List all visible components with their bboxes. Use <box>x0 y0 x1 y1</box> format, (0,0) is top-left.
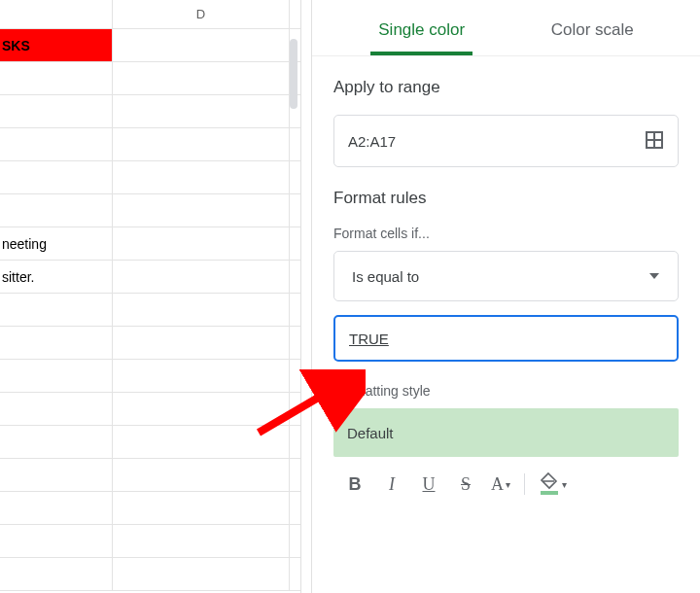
cell[interactable] <box>0 194 113 227</box>
cell[interactable] <box>0 161 113 193</box>
cell[interactable] <box>113 393 290 425</box>
cell[interactable] <box>113 426 290 458</box>
cell[interactable] <box>0 525 113 557</box>
table-row[interactable] <box>0 294 300 327</box>
cell[interactable] <box>113 128 290 160</box>
table-row[interactable]: sitter. <box>0 261 300 294</box>
cell[interactable]: neeting <box>0 227 113 260</box>
cell[interactable] <box>113 327 290 359</box>
cell[interactable] <box>0 426 113 458</box>
cell[interactable] <box>0 393 113 425</box>
format-cells-if-label: Format cells if... <box>333 226 679 241</box>
cell[interactable] <box>113 492 290 524</box>
formatting-style-label: Formatting style <box>333 383 679 399</box>
cell[interactable] <box>113 294 290 326</box>
style-preview-text: Default <box>347 425 394 441</box>
cell[interactable] <box>0 360 113 392</box>
table-row[interactable] <box>0 62 300 95</box>
cell[interactable] <box>113 261 290 293</box>
condition-value-input[interactable] <box>349 331 663 347</box>
table-row[interactable] <box>0 128 300 161</box>
strikethrough-button[interactable]: S <box>450 469 481 500</box>
cell[interactable] <box>113 62 290 94</box>
format-tabs: Single color Color scale <box>312 0 700 56</box>
bold-button[interactable]: B <box>339 469 370 500</box>
range-field[interactable]: A2:A17 <box>333 115 679 167</box>
cell[interactable]: sitter. <box>0 261 113 293</box>
condition-select[interactable]: Is equal to <box>333 251 679 301</box>
table-row[interactable] <box>0 393 300 426</box>
table-row[interactable] <box>0 360 300 393</box>
cell[interactable] <box>0 327 113 359</box>
tab-single-color[interactable]: Single color <box>370 20 472 55</box>
cell[interactable] <box>113 558 290 590</box>
cell[interactable] <box>113 95 290 127</box>
table-row[interactable]: neeting <box>0 227 300 261</box>
text-color-icon: A <box>491 469 504 500</box>
tab-color-scale[interactable]: Color scale <box>543 20 642 55</box>
cell[interactable] <box>113 227 290 260</box>
cell[interactable] <box>0 558 113 590</box>
format-rules-label: Format rules <box>333 189 679 208</box>
table-row[interactable] <box>0 426 300 459</box>
fill-color-icon <box>539 473 560 495</box>
text-color-button[interactable]: A ▾ <box>487 469 514 500</box>
cell[interactable] <box>113 194 290 227</box>
column-header-row: D <box>0 0 300 29</box>
svg-marker-3 <box>649 273 659 279</box>
cell[interactable] <box>113 161 290 193</box>
chevron-down-icon <box>648 268 660 285</box>
cell[interactable] <box>0 128 113 160</box>
table-row[interactable] <box>0 558 300 591</box>
apply-to-range-label: Apply to range <box>333 78 679 97</box>
style-preview[interactable]: Default <box>333 408 679 457</box>
formatting-toolbar: B I U S A ▾ ▾ <box>333 465 679 504</box>
toolbar-separator <box>524 473 525 495</box>
chevron-down-icon: ▾ <box>562 479 567 490</box>
cell[interactable] <box>0 95 113 127</box>
cell[interactable] <box>0 492 113 524</box>
underline-button[interactable]: U <box>413 469 444 500</box>
column-header-d[interactable]: D <box>113 0 290 28</box>
table-row[interactable] <box>0 194 300 227</box>
cell[interactable] <box>113 29 290 61</box>
table-row[interactable] <box>0 492 300 525</box>
cell[interactable] <box>0 294 113 326</box>
chevron-down-icon: ▾ <box>506 479 510 490</box>
italic-button[interactable]: I <box>376 469 407 500</box>
cell[interactable] <box>0 459 113 491</box>
condition-value: Is equal to <box>352 268 419 285</box>
table-row[interactable] <box>0 95 300 128</box>
table-row[interactable] <box>0 459 300 492</box>
cell[interactable] <box>113 459 290 491</box>
column-header[interactable] <box>0 0 113 28</box>
cell[interactable] <box>0 62 113 94</box>
conditional-format-panel: Single color Color scale Apply to range … <box>311 0 700 593</box>
spreadsheet-area[interactable]: D SKSneetingsitter. <box>0 0 301 593</box>
cell[interactable]: SKS <box>0 29 113 61</box>
condition-value-field[interactable] <box>333 315 679 362</box>
cell[interactable] <box>113 525 290 557</box>
table-row[interactable] <box>0 161 300 194</box>
table-row[interactable] <box>0 525 300 558</box>
table-row[interactable]: SKS <box>0 29 300 62</box>
range-value: A2:A17 <box>348 133 396 150</box>
vertical-scrollbar-thumb[interactable] <box>290 39 298 109</box>
table-row[interactable] <box>0 327 300 360</box>
grid-icon[interactable] <box>645 130 664 153</box>
fill-color-button[interactable]: ▾ <box>535 473 571 495</box>
cell[interactable] <box>113 360 290 392</box>
